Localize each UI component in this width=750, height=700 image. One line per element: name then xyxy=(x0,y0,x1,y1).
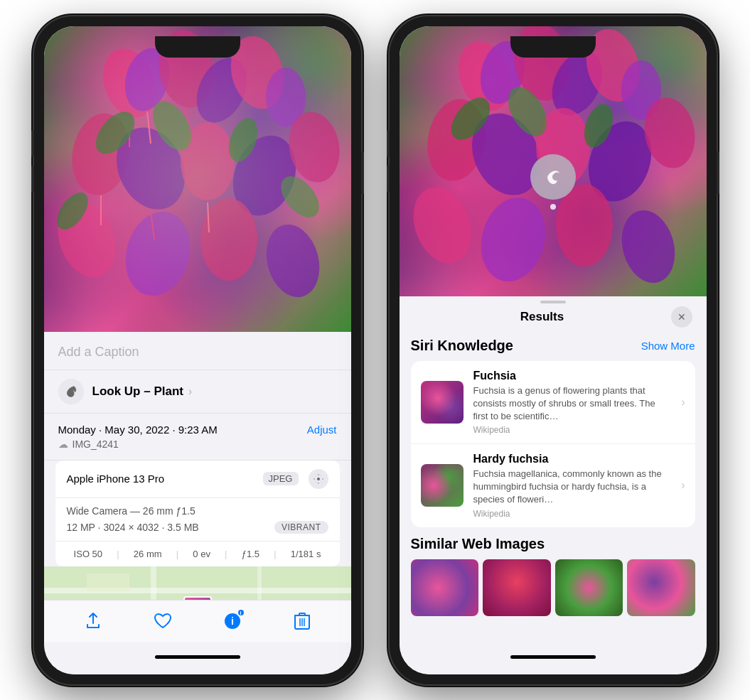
vs-dot xyxy=(550,204,556,210)
similar-images-row xyxy=(411,559,695,616)
results-panel: Results ✕ Siri Knowledge Show More xyxy=(400,296,707,674)
results-header: Results ✕ xyxy=(400,296,707,335)
phone2-content: Results ✕ Siri Knowledge Show More xyxy=(400,26,707,674)
lookup-row[interactable]: Look Up – Plant › xyxy=(44,370,351,414)
results-body[interactable]: Siri Knowledge Show More Fuchsia Fuchsia… xyxy=(400,335,707,674)
similar-image-1[interactable] xyxy=(411,559,479,616)
notch-2 xyxy=(510,36,596,58)
svg-point-53 xyxy=(403,179,481,271)
close-button[interactable]: ✕ xyxy=(671,306,692,328)
similar-image-4[interactable] xyxy=(627,559,695,616)
format-badge: JPEG xyxy=(263,472,299,485)
chevron-right-icon: › xyxy=(681,396,685,409)
hardy-source: Wikipedia xyxy=(473,509,672,519)
volume-down-button[interactable] xyxy=(31,166,34,193)
info-button[interactable]: i i xyxy=(221,610,244,632)
phone-2: Results ✕ Siri Knowledge Show More xyxy=(390,16,717,684)
knowledge-card: Fuchsia Fuchsia is a genus of flowering … xyxy=(411,361,695,527)
camera-info-section: Apple iPhone 13 Pro JPEG xyxy=(55,461,340,566)
siri-knowledge-header: Siri Knowledge Show More xyxy=(411,338,695,354)
filename: IMG_4241 xyxy=(73,438,119,450)
power-button[interactable] xyxy=(361,151,364,194)
visual-search-circle xyxy=(530,154,576,200)
favorite-button[interactable] xyxy=(151,610,174,632)
knowledge-item-hardy[interactable]: Hardy fuchsia Fuchsia magellanica, commo… xyxy=(411,444,695,527)
fuchsia-description: Fuchsia is a genus of flowering plants t… xyxy=(473,384,672,424)
caption-area[interactable]: Add a Caption xyxy=(44,332,351,370)
home-indicator-1 xyxy=(155,655,240,659)
camera-model: Apple iPhone 13 Pro xyxy=(67,473,165,485)
vibrant-badge: VIBRANT xyxy=(274,521,328,534)
show-more-button[interactable]: Show More xyxy=(641,340,695,352)
home-indicator-2 xyxy=(510,655,596,659)
lens-text: Wide Camera — 26 mm ƒ1.5 xyxy=(67,505,328,517)
knowledge-item-fuchsia[interactable]: Fuchsia Fuchsia is a genus of flowering … xyxy=(411,361,695,445)
svg-text:i: i xyxy=(231,615,234,627)
iso-value: ISO 50 xyxy=(74,549,102,559)
lens-row: Wide Camera — 26 mm ƒ1.5 12 MP · 3024 × … xyxy=(55,498,340,542)
chevron-right-icon-2: › xyxy=(681,479,685,492)
results-title: Results xyxy=(414,310,671,324)
svg-rect-26 xyxy=(44,26,351,332)
volume-down-button-2[interactable] xyxy=(387,166,390,193)
exif-row: ISO 50 | 26 mm | 0 ev | ƒ1.5 | 1/181 s xyxy=(55,542,340,566)
visual-search-indicator xyxy=(530,154,576,210)
photo-area-2[interactable] xyxy=(400,26,707,296)
mp-text: 12 MP · 3024 × 4032 · 3.5 MB xyxy=(67,522,199,533)
date-text: Monday · May 30, 2022 · 9:23 AM xyxy=(58,424,218,436)
delete-button[interactable] xyxy=(291,610,314,632)
camera-row: Apple iPhone 13 Pro JPEG xyxy=(55,461,340,498)
similar-image-2[interactable] xyxy=(483,559,551,616)
shutter-speed: 1/181 s xyxy=(291,549,321,559)
fuchsia-thumbnail xyxy=(421,381,464,424)
adjust-button[interactable]: Adjust xyxy=(307,424,337,436)
drag-handle[interactable] xyxy=(540,301,566,303)
phone-1: Add a Caption Look Up – Plant › xyxy=(34,16,361,684)
svg-rect-33 xyxy=(87,574,129,591)
svg-point-56 xyxy=(614,204,682,289)
phone-frame-2: Results ✕ Siri Knowledge Show More xyxy=(390,16,717,684)
svg-point-27 xyxy=(317,478,320,480)
phone-screen-2: Results ✕ Siri Knowledge Show More xyxy=(400,26,707,674)
fuchsia-info: Fuchsia Fuchsia is a genus of flowering … xyxy=(473,370,672,436)
similar-images-title: Similar Web Images xyxy=(411,536,695,552)
leaf-icon xyxy=(64,384,78,399)
focal-length: 26 mm xyxy=(134,549,162,559)
share-button[interactable] xyxy=(82,610,105,632)
similar-image-3[interactable] xyxy=(555,559,623,616)
volume-up-button-2[interactable] xyxy=(387,130,390,157)
ev-value: 0 ev xyxy=(193,549,210,559)
phone-frame-1: Add a Caption Look Up – Plant › xyxy=(34,16,361,684)
hardy-thumbnail xyxy=(421,464,464,507)
lookup-icon xyxy=(58,379,84,404)
cloud-icon: ☁ xyxy=(58,438,68,450)
meta-section: Monday · May 30, 2022 · 9:23 AM Adjust ☁… xyxy=(44,414,351,461)
photo-display[interactable] xyxy=(44,26,351,332)
gear-icon[interactable] xyxy=(309,469,328,489)
aperture-value: ƒ1.5 xyxy=(242,549,259,559)
hardy-description: Fuchsia magellanica, commonly known as t… xyxy=(473,468,672,507)
flower-art xyxy=(44,26,351,332)
phone1-content: Add a Caption Look Up – Plant › xyxy=(44,26,351,674)
caption-placeholder[interactable]: Add a Caption xyxy=(58,345,139,359)
toolbar-bottom: i i xyxy=(44,600,351,642)
phone-screen-1: Add a Caption Look Up – Plant › xyxy=(44,26,351,674)
lookup-label: Look Up – Plant › xyxy=(92,384,193,399)
fuchsia-source: Wikipedia xyxy=(473,425,672,435)
notch-1 xyxy=(155,36,240,58)
hardy-info: Hardy fuchsia Fuchsia magellanica, commo… xyxy=(473,453,672,519)
power-button-2[interactable] xyxy=(717,151,719,194)
hardy-name: Hardy fuchsia xyxy=(473,453,672,465)
fuchsia-name: Fuchsia xyxy=(473,370,672,382)
volume-up-button[interactable] xyxy=(31,130,34,157)
siri-knowledge-title: Siri Knowledge xyxy=(411,338,513,354)
